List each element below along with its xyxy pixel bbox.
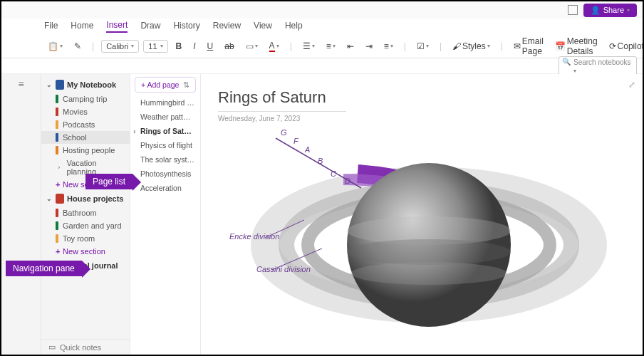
clipboard-button[interactable]: 📋▾ bbox=[44, 39, 66, 53]
svg-point-5 bbox=[347, 239, 511, 265]
meeting-details-button[interactable]: 📅 Meeting Details bbox=[551, 34, 601, 58]
menu-home[interactable]: Home bbox=[71, 21, 93, 32]
cassini-label: Cassini division bbox=[256, 265, 311, 273]
quick-notes-button[interactable]: ▭ Quick notes bbox=[41, 339, 130, 355]
hamburger-icon[interactable]: ≡ bbox=[18, 78, 24, 90]
chevron-down-icon: ▾ bbox=[627, 7, 630, 14]
ring-label-d: D bbox=[345, 177, 350, 185]
bold-button[interactable]: B bbox=[172, 39, 186, 53]
menu-file[interactable]: File bbox=[44, 21, 58, 32]
sort-icon[interactable]: ⇅ bbox=[183, 80, 189, 89]
search-input[interactable]: Search notebooks ▾ bbox=[559, 56, 637, 76]
indent-button[interactable]: ⇥ bbox=[362, 39, 376, 53]
encke-label: Encke division bbox=[229, 232, 279, 241]
page-item[interactable]: Physics of flight bbox=[130, 138, 200, 152]
navigation-pane: ⌄My NotebookCamping tripMoviesPodcastsSc… bbox=[41, 74, 130, 356]
callout-nav-pane: Navigation pane bbox=[6, 261, 82, 276]
menu-history[interactable]: History bbox=[173, 21, 199, 32]
outdent-button[interactable]: ⇤ bbox=[343, 39, 358, 53]
section-item[interactable]: School bbox=[41, 131, 130, 144]
section-item[interactable]: Toy room bbox=[41, 232, 130, 245]
numbered-list-button[interactable]: ≡▾ bbox=[323, 39, 339, 53]
page-item[interactable]: Rings of Saturn bbox=[130, 124, 200, 138]
page-item[interactable]: Hummingbird wing... bbox=[130, 95, 200, 110]
share-button[interactable]: 👤 Share ▾ bbox=[583, 4, 637, 17]
expand-icon[interactable]: ⤢ bbox=[628, 80, 635, 90]
ring-label-b: B bbox=[318, 157, 323, 165]
page-title[interactable]: Rings of Saturn bbox=[218, 88, 625, 107]
notebook-header[interactable]: ⌄House projects bbox=[41, 191, 130, 206]
svg-point-6 bbox=[350, 262, 507, 285]
menu-draw[interactable]: Draw bbox=[140, 21, 160, 32]
page-date: Wednesday, June 7, 2023 bbox=[218, 115, 625, 122]
ring-label-g: G bbox=[281, 128, 287, 137]
menu-bar: FileHomeInsertDrawHistoryReviewViewHelp bbox=[1, 19, 643, 34]
strikethrough-button[interactable]: ab bbox=[221, 39, 237, 53]
ring-label-f: F bbox=[294, 137, 298, 145]
window-mode-icon[interactable] bbox=[568, 5, 578, 15]
callout-page-list: Page list bbox=[85, 174, 133, 189]
page-list: + Add page ⇅ Hummingbird wing...Weather … bbox=[130, 74, 201, 356]
ring-label-c: C bbox=[331, 169, 336, 178]
page-item[interactable]: Weather patterns bbox=[130, 110, 200, 124]
underline-button[interactable]: U bbox=[204, 39, 217, 53]
page-item[interactable]: The solar system bbox=[130, 152, 200, 167]
section-item[interactable]: Bathroom bbox=[41, 206, 130, 219]
notebook-header[interactable]: ⌄My Notebook bbox=[41, 77, 130, 93]
left-gutter: ≡ bbox=[1, 74, 41, 356]
new-section-button[interactable]: +New section bbox=[41, 245, 130, 258]
align-button[interactable]: ≡▾ bbox=[380, 39, 397, 53]
ribbon: 📋▾ ✎ | Calibri▾ 11▾ B I U ab ▭▾ A▾ | ☰▾ … bbox=[1, 34, 643, 58]
italic-button[interactable]: I bbox=[189, 39, 199, 53]
share-label: Share bbox=[603, 6, 624, 14]
note-icon: ▭ bbox=[48, 342, 56, 352]
font-family-select[interactable]: Calibri▾ bbox=[101, 40, 139, 53]
ring-label-a: A bbox=[305, 145, 310, 154]
section-item[interactable]: Camping trip bbox=[41, 93, 130, 105]
menu-help[interactable]: Help bbox=[285, 21, 303, 32]
section-item[interactable]: Hosting people bbox=[41, 144, 130, 157]
copilot-button[interactable]: ⟳ Copilot bbox=[606, 39, 644, 53]
section-item[interactable]: Podcasts bbox=[41, 118, 130, 131]
styles-button[interactable]: 🖌 Styles▾ bbox=[449, 39, 494, 53]
bullet-list-button[interactable]: ☰▾ bbox=[299, 39, 318, 53]
menu-view[interactable]: View bbox=[254, 21, 272, 32]
section-item[interactable]: Garden and yard bbox=[41, 219, 130, 232]
menu-insert[interactable]: Insert bbox=[106, 20, 128, 33]
email-page-button[interactable]: ✉ Email Page bbox=[510, 34, 547, 58]
font-size-select[interactable]: 11▾ bbox=[143, 40, 167, 53]
share-icon: 👤 bbox=[591, 6, 601, 15]
add-page-button[interactable]: + Add page ⇅ bbox=[135, 77, 196, 93]
font-color-button[interactable]: A▾ bbox=[266, 38, 283, 54]
highlight-button[interactable]: ▭▾ bbox=[242, 39, 261, 53]
format-painter-button[interactable]: ✎ bbox=[71, 39, 85, 53]
page-canvas[interactable]: ⤢ Rings of Saturn Wednesday, June 7, 202… bbox=[201, 74, 643, 356]
todo-tag-button[interactable]: ☑▾ bbox=[413, 39, 432, 53]
section-item[interactable]: Movies bbox=[41, 105, 130, 118]
saturn-illustration: G F A B C D Encke division Cassini divis… bbox=[237, 124, 607, 352]
menu-review[interactable]: Review bbox=[213, 21, 241, 32]
